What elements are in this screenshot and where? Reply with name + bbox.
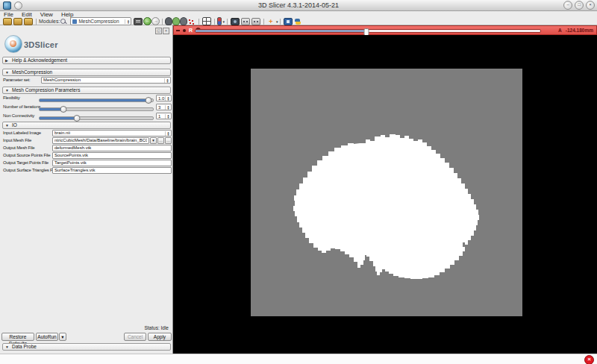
red-slice-controller: R A -124.180mm [173,25,597,35]
module-next-icon[interactable]: → [151,17,160,25]
output-mesh-file-value: deformedMesh.vtk [54,145,91,151]
expand-arrow-icon [5,87,10,93]
mouse-adjust-view-icon[interactable] [165,17,172,25]
minimize-button[interactable]: – [563,1,572,10]
module-selector-combo[interactable]: MeshCompression [70,17,131,25]
non-connectivity-row: Non Connectivity 1 [0,113,173,120]
non-connectivity-slider[interactable] [39,114,154,119]
combo-spinner-icon[interactable] [164,78,170,83]
combo-spinner-icon[interactable] [165,131,171,136]
output-source-points-field[interactable]: SourcePoints.vtk [52,152,172,159]
combo-spinner-icon[interactable] [125,19,131,24]
output-surface-triangles-value: SurfaceTriangles.vtk [54,168,95,173]
output-source-points-label: Output Source Points File [3,152,50,159]
expand-arrow-icon [5,122,10,128]
load-data-icon[interactable] [3,18,12,25]
input-mesh-file-field[interactable]: ntricCubicMesh/Data/Baseline/brain/brain… [52,137,149,144]
slicer-logo-text: 3DSlicer [24,40,58,49]
input-labeled-image-combo[interactable]: brain.nii [52,130,172,136]
iterations-slider[interactable] [39,105,154,110]
data-probe-header[interactable]: Data Probe [2,343,171,351]
meshcompression-section-label: MeshCompression [12,69,52,75]
parameter-set-combo[interactable]: MeshCompression [41,77,171,84]
slider-handle[interactable] [60,106,66,113]
menu-file[interactable]: File [4,11,13,18]
mesh-parameters-header[interactable]: Mesh Compression Parameters [2,87,171,94]
slice-viewport[interactable]: R A -124.180mm [173,25,597,354]
help-acknowledgement-header[interactable]: Help & Acknowledgement [2,57,171,64]
input-labeled-image-label: Input Labeled Image [3,130,41,136]
spinner-icon[interactable] [165,105,171,110]
maximize-button[interactable]: □ [575,1,584,10]
add-data-icon[interactable] [13,18,22,25]
meshcompression-section-header[interactable]: MeshCompression [2,69,171,76]
slice-offset-slider[interactable] [195,29,541,33]
output-mesh-file-field[interactable]: deformedMesh.vtk [52,145,172,151]
io-section-header[interactable]: IO [2,122,171,129]
screenshot-icon[interactable] [231,18,240,25]
panel-close-icon[interactable]: × [163,28,169,34]
flexibility-label: Flexibility [3,95,19,101]
python-console-icon[interactable] [294,19,301,25]
expand-arrow-icon [5,344,10,350]
crosshair-icon[interactable] [217,17,222,25]
cancel-button[interactable]: Cancel [124,333,146,341]
iterations-spinbox[interactable]: 3 [156,104,172,110]
flexibility-spinbox[interactable]: 1.0 [156,95,172,101]
input-mesh-browse-button[interactable]: … [157,137,164,144]
spinner-icon[interactable] [165,114,171,119]
layout-icon[interactable] [202,17,211,25]
input-mesh-file-value: ntricCubicMesh/Data/Baseline/brain/brain… [54,138,147,143]
mouse-place-icon[interactable] [172,17,180,25]
chevron-down-icon[interactable]: ▾ [222,19,225,24]
collapse-icon[interactable] [176,30,180,31]
slider-handle[interactable] [74,115,81,122]
close-button[interactable]: × [586,1,595,10]
pushpin-icon[interactable] [183,29,186,32]
modules-label: Modules: [39,19,60,24]
add-plus-icon[interactable]: + [267,19,275,25]
chevron-down-icon[interactable]: ▾ [276,19,278,24]
module-search-icon[interactable] [60,19,68,25]
input-mesh-file-label: Input Mesh File [3,137,31,144]
output-source-points-value: SourcePoints.vtk [54,153,88,158]
restore-defaults-button[interactable]: Restore Defaults [1,333,34,341]
flexibility-slider[interactable] [39,96,154,101]
mouse-transform-icon[interactable] [180,17,187,25]
panel-undock-icon[interactable]: ◱ [155,28,162,34]
slice-offset-readout: A -124.180mm [558,28,593,33]
module-selector-value: MeshCompression [78,19,125,24]
module-panel: ◱ × 3DSlicer Help & Acknowledgement Mesh… [0,25,173,354]
autorun-dropdown-icon[interactable]: ▾ [59,333,66,341]
slicer-logo [4,35,22,53]
slice-offset-value: -124.180mm [566,28,593,33]
markups-place-icon[interactable] [188,19,196,25]
input-mesh-options-button[interactable]: … [165,137,172,144]
non-connectivity-label: Non Connectivity [3,113,34,119]
toolbar-separator [162,19,163,25]
parameter-set-label: Parameter set: [3,77,31,84]
toolbar-separator [199,19,199,25]
module-history-icon[interactable] [134,18,143,25]
scene-view-add-icon[interactable] [241,18,250,25]
slice-canvas[interactable] [173,35,597,354]
non-connectivity-spinbox[interactable]: 1 [156,113,172,119]
output-target-points-field[interactable]: TargetPoints.vtk [52,160,172,166]
slider-handle[interactable] [145,97,151,104]
module-previous-icon[interactable]: ← [143,17,151,25]
apply-button[interactable]: Apply [148,333,172,341]
toolbar: Modules: MeshCompression ← → ▾ + ▾ [0,18,597,25]
spinner-icon[interactable] [165,96,171,101]
save-icon[interactable] [24,18,33,25]
output-surface-triangles-field[interactable]: SurfaceTriangles.vtk [52,167,172,174]
scene-view-restore-icon[interactable] [251,18,260,25]
autorun-button[interactable]: AutoRun [36,333,58,341]
output-target-points-label: Output Target Points File [3,160,49,166]
input-mesh-dropdown-icon[interactable]: ▼ [150,137,157,144]
mesh-parameters-label: Mesh Compression Parameters [12,87,80,93]
error-log-button[interactable]: × [584,355,594,364]
menu-edit[interactable]: Edit [22,11,32,18]
menu-view[interactable]: View [40,11,53,18]
extensions-icon[interactable] [284,18,293,25]
toolbar-separator [263,19,264,25]
